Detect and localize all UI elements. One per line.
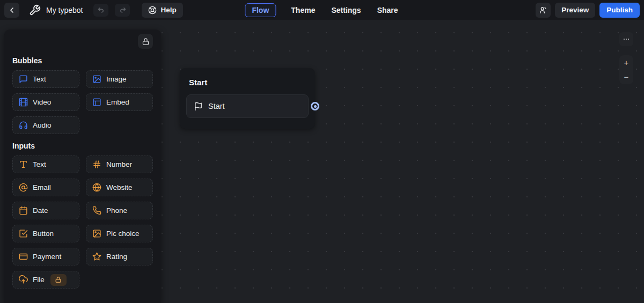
undo-icon — [97, 6, 105, 14]
ellipsis-icon — [623, 35, 630, 43]
publish-button[interactable]: Publish — [599, 3, 640, 18]
upload-cloud-icon — [19, 275, 28, 284]
block-input-email[interactable]: Email — [12, 179, 79, 196]
back-button[interactable] — [4, 3, 19, 18]
more-options-button[interactable] — [619, 32, 633, 46]
block-input-date[interactable]: Date — [12, 202, 79, 219]
chevron-left-icon — [8, 6, 16, 14]
block-label: Text — [33, 160, 46, 168]
block-label: Payment — [33, 253, 61, 261]
redo-button[interactable] — [115, 4, 130, 17]
tab-flow[interactable]: Flow — [245, 3, 276, 17]
block-label: Pic choice — [106, 230, 140, 238]
block-label: Image — [106, 75, 127, 83]
tab-share[interactable]: Share — [376, 4, 399, 17]
image-icon — [92, 75, 101, 84]
image-icon — [92, 229, 101, 238]
block-input-text[interactable]: Text — [12, 156, 79, 173]
typebot-title[interactable]: My typebot — [46, 6, 83, 14]
block-label: Video — [33, 98, 51, 106]
block-bubble-video[interactable]: Video — [12, 93, 79, 111]
block-input-file[interactable]: File — [12, 271, 79, 289]
block-label: File — [33, 276, 45, 284]
section-title-inputs: Inputs — [12, 142, 153, 150]
globe-icon — [92, 183, 101, 192]
block-label: Embed — [106, 98, 129, 106]
hash-icon — [92, 160, 101, 169]
bubbles-grid: Text Image Video Embed Audio — [12, 70, 153, 134]
zoom-in-button[interactable]: + — [619, 55, 633, 70]
chat-bubble-icon — [19, 75, 28, 84]
headphones-icon — [19, 121, 28, 130]
block-label: Website — [106, 183, 133, 191]
tab-theme[interactable]: Theme — [290, 4, 316, 17]
block-bubble-text[interactable]: Text — [12, 70, 79, 88]
section-title-bubbles: Bubbles — [12, 56, 153, 65]
block-label: Date — [33, 206, 48, 215]
block-label: Phone — [106, 206, 127, 215]
tab-settings[interactable]: Settings — [330, 4, 362, 17]
users-icon — [539, 6, 547, 14]
block-input-pic-choice[interactable]: Pic choice — [86, 225, 153, 242]
layout-icon — [92, 98, 101, 107]
block-input-rating[interactable]: Rating — [86, 248, 153, 265]
undo-button[interactable] — [93, 4, 108, 17]
navbar-right-group: Preview Publish — [536, 3, 640, 18]
group-title[interactable]: Start — [189, 78, 309, 87]
locked-feature-badge — [50, 274, 67, 286]
zoom-out-button[interactable]: − — [619, 70, 633, 84]
lifebuoy-icon — [148, 6, 157, 14]
lock-icon — [142, 38, 150, 46]
type-icon — [19, 160, 28, 169]
zoom-control: + − — [619, 55, 633, 84]
block-bubble-embed[interactable]: Embed — [86, 93, 153, 111]
block-label: Audio — [33, 121, 52, 129]
block-bubble-audio[interactable]: Audio — [12, 116, 79, 134]
block-label: Number — [106, 160, 132, 168]
block-input-phone[interactable]: Phone — [86, 202, 153, 219]
start-block[interactable]: Start — [186, 94, 309, 118]
top-navbar: My typebot Help Flow Theme Settings Shar… — [0, 0, 644, 20]
sidebar-lock-button[interactable] — [138, 34, 153, 49]
block-input-payment[interactable]: Payment — [12, 248, 79, 265]
view-tabs: Flow Theme Settings Share — [245, 0, 399, 20]
group-node-start[interactable]: Start Start — [180, 68, 315, 129]
typebot-logo-wrench-icon — [29, 4, 41, 16]
phone-icon — [92, 206, 101, 215]
redo-icon — [119, 6, 127, 14]
flag-icon — [194, 102, 203, 111]
check-square-icon — [19, 229, 28, 238]
at-sign-icon — [19, 183, 28, 192]
help-button-label: Help — [160, 6, 176, 14]
lock-icon — [55, 276, 62, 283]
block-label: Email — [33, 183, 51, 191]
navbar-left-group: My typebot Help — [4, 3, 183, 18]
block-input-website[interactable]: Website — [86, 179, 153, 196]
calendar-icon — [19, 206, 28, 215]
inputs-grid: Text Number Email Website Date — [12, 156, 153, 289]
connection-endpoint[interactable] — [311, 102, 319, 110]
star-icon — [92, 252, 101, 261]
help-button[interactable]: Help — [142, 3, 182, 18]
credit-card-icon — [19, 252, 28, 261]
film-icon — [19, 98, 28, 107]
block-label: Rating — [106, 253, 127, 261]
block-input-button[interactable]: Button — [12, 225, 79, 242]
blocks-sidebar: Bubbles Text Image Video Embed — [4, 29, 161, 303]
block-label: Button — [33, 230, 54, 238]
preview-button[interactable]: Preview — [555, 3, 595, 18]
block-input-number[interactable]: Number — [86, 156, 153, 173]
start-block-label: Start — [208, 102, 225, 110]
block-label: Text — [33, 75, 46, 83]
collaborators-button[interactable] — [536, 3, 551, 18]
block-bubble-image[interactable]: Image — [86, 70, 153, 88]
